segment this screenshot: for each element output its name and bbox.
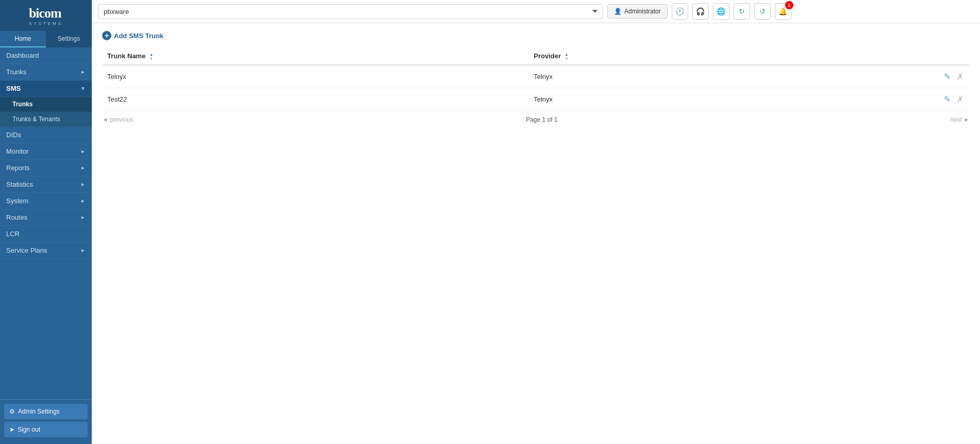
sidebar-item-reports[interactable]: Reports ► [0,160,92,176]
chevron-right-icon: ► [80,215,86,220]
sidebar-bottom: ⚙ Admin Settings ➤ Sign out [0,399,92,444]
top-tabs: Home Settings [0,31,92,47]
row-actions: ✎ ✗ [938,65,970,88]
notifications-button[interactable]: 🔔 1 [775,3,791,20]
chevron-down-icon: ▼ [80,86,86,91]
sidebar-item-statistics[interactable]: Statistics ► [0,176,92,193]
topbar: pbxware 👤 Administrator 🕐 🎧 🌐 ↻ ↺ 🔔 1 [92,0,980,23]
sidebar-item-dashboard[interactable]: Dashboard [0,47,92,64]
sidebar-item-dids[interactable]: DIDs [0,127,92,143]
pbx-select-wrapper: pbxware [98,4,603,19]
sidebar-item-lcr[interactable]: LCR [0,226,92,242]
tab-settings[interactable]: Settings [46,31,92,47]
pagination-page-info: Page 1 of 1 [526,116,557,123]
chevron-right-icon: ► [80,149,86,154]
pbx-select[interactable]: pbxware [98,4,603,19]
pagination: ◄ previous Page 1 of 1 next ► [102,111,970,128]
user-button[interactable]: 👤 Administrator [607,4,668,19]
refresh-icon: ↻ [739,7,745,15]
sidebar-item-service-plans[interactable]: Service Plans ► [0,242,92,259]
pagination-previous[interactable]: ◄ previous [102,116,134,123]
sync-button[interactable]: ↺ [754,3,771,20]
sign-out-button[interactable]: ➤ Sign out [4,422,88,437]
headset-icon: 🎧 [696,7,705,15]
sidebar-item-monitor[interactable]: Monitor ► [0,143,92,160]
cell-trunk-name: Test22 [102,88,528,111]
sync-icon: ↺ [759,7,766,15]
cell-provider: Telnyx [528,88,938,111]
add-sms-trunk-button[interactable]: + Add SMS Trunk [102,31,163,40]
table-row: Test22 Telnyx ✎ ✗ [102,88,970,111]
globe-button[interactable]: 🌐 [713,3,729,20]
edit-button[interactable]: ✎ [943,71,952,83]
table-row: Telnyx Telnyx ✎ ✗ [102,65,970,88]
signout-icon: ➤ [9,426,14,433]
gear-icon: ⚙ [9,408,15,415]
bell-icon: 🔔 [778,7,787,15]
sidebar-item-sms-trunks-tenants[interactable]: Trunks & Tenants [0,112,92,127]
tab-home[interactable]: Home [0,31,46,47]
chevron-right-icon: ► [80,165,86,171]
chevron-right-icon: ► [80,182,86,187]
sidebar-item-trunks[interactable]: Trunks ► [0,64,92,80]
user-icon: 👤 [614,8,622,15]
logo-area: bicom SYSTEMS [0,0,92,31]
main: pbxware 👤 Administrator 🕐 🎧 🌐 ↻ ↺ 🔔 1 + [92,0,980,444]
chevron-right-icon: ► [80,248,86,253]
cell-provider: Telnyx [528,65,938,88]
logo-text: bicom [29,6,63,21]
notification-badge: 1 [785,1,793,9]
chevron-right-icon: ► [80,69,86,75]
headset-button[interactable]: 🎧 [692,3,709,20]
chevron-right-icon: ► [80,198,86,204]
clock-button[interactable]: 🕐 [672,3,688,20]
column-provider[interactable]: Provider ▲ ▼ [528,48,938,65]
sidebar-item-sms-trunks[interactable]: Trunks [0,97,92,112]
edit-button[interactable]: ✎ [943,93,952,105]
sort-icons-trunk-name: ▲ ▼ [150,53,153,60]
content: + Add SMS Trunk Trunk Name ▲ ▼ Provider [92,23,980,444]
admin-settings-button[interactable]: ⚙ Admin Settings [4,404,88,419]
delete-button[interactable]: ✗ [956,71,965,83]
nav-menu: Dashboard Trunks ► SMS ▼ Trunks Trunks &… [0,47,92,399]
globe-icon: 🌐 [717,7,725,15]
cell-trunk-name: Telnyx [102,65,528,88]
sidebar-item-routes[interactable]: Routes ► [0,209,92,226]
row-actions: ✎ ✗ [938,88,970,111]
table-body: Telnyx Telnyx ✎ ✗ Test22 Telnyx ✎ ✗ [102,65,970,111]
pagination-next[interactable]: next ► [950,116,970,123]
sidebar-item-sms[interactable]: SMS ▼ [0,80,92,97]
plus-circle-icon: + [102,31,111,40]
sidebar-item-system[interactable]: System ► [0,193,92,209]
delete-button[interactable]: ✗ [956,93,965,105]
column-trunk-name[interactable]: Trunk Name ▲ ▼ [102,48,528,65]
clock-icon: 🕐 [675,7,684,15]
refresh-button[interactable]: ↻ [734,3,750,20]
logo-sub: SYSTEMS [29,21,63,26]
sms-trunks-table: Trunk Name ▲ ▼ Provider ▲ ▼ [102,48,970,111]
sort-icons-provider: ▲ ▼ [565,53,569,60]
sidebar: bicom SYSTEMS Home Settings Dashboard Tr… [0,0,92,444]
